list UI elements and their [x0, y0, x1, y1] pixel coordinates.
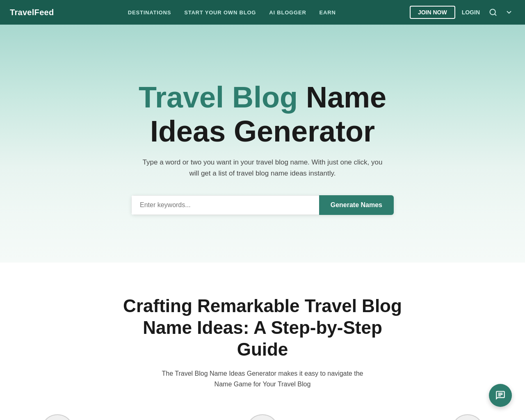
generate-button[interactable]: Generate Names: [319, 195, 394, 215]
nav-start-blog[interactable]: START YOUR OWN BLOG: [184, 9, 256, 16]
nav-ai-blogger[interactable]: AI BLOGGER: [269, 9, 306, 16]
search-icon: [489, 8, 497, 16]
nav-links: DESTINATIONS START YOUR OWN BLOG AI BLOG…: [128, 9, 336, 16]
login-button[interactable]: LOGIN: [459, 7, 483, 18]
hero-section: Travel Blog NameIdeas Generator Type a w…: [0, 25, 525, 262]
svg-line-1: [495, 14, 496, 16]
hero-subtitle: Type a word or two you want in your trav…: [139, 157, 386, 179]
step-3-circle: 3: [451, 414, 484, 420]
join-now-button[interactable]: JOIN NOW: [410, 6, 455, 19]
content-section: Crafting Remarkable Travel BlogName Idea…: [0, 262, 525, 420]
chat-widget[interactable]: [489, 384, 512, 407]
search-button[interactable]: [486, 6, 500, 19]
section-title: Crafting Remarkable Travel BlogName Idea…: [119, 295, 406, 360]
nav-earn[interactable]: EARN: [320, 9, 336, 16]
chevron-down-icon: [505, 9, 513, 16]
hero-title-teal: Travel Blog: [139, 81, 298, 114]
step-1-circle: 1: [41, 414, 74, 420]
navbar: TravelFeed DESTINATIONS START YOUR OWN B…: [0, 0, 525, 25]
hero-title: Travel Blog NameIdeas Generator: [139, 80, 386, 148]
steps-row: 1 2 3: [16, 414, 509, 420]
dropdown-button[interactable]: [503, 6, 515, 18]
step-2-circle: 2: [246, 414, 279, 420]
brand-logo[interactable]: TravelFeed: [10, 8, 54, 17]
navbar-actions: JOIN NOW LOGIN: [410, 6, 515, 19]
nav-destinations[interactable]: DESTINATIONS: [128, 9, 171, 16]
section-subtitle: The Travel Blog Name Ideas Generator mak…: [139, 368, 386, 389]
search-container: Generate Names: [131, 195, 394, 215]
search-input[interactable]: [131, 195, 319, 215]
chat-icon: [495, 390, 506, 401]
